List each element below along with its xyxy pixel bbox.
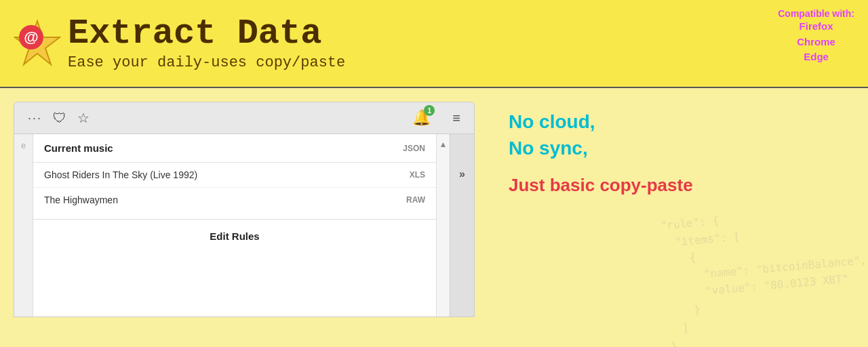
chevron-right-icon[interactable]: » <box>450 134 474 317</box>
header: @ Extract Data Ease your daily-uses copy… <box>0 0 868 88</box>
edit-rules-button[interactable]: Edit Rules <box>210 230 259 242</box>
popup-data-row-2: The Highwaymen RAW <box>33 188 436 212</box>
compat-label: Compatible with: <box>778 8 854 19</box>
main-content: ··· 🛡 ☆ 🔔 1 ≡ e Current music JSON Ghost… <box>0 88 868 347</box>
at-badge: @ <box>19 25 43 49</box>
chrome-label: Chrome <box>778 35 854 50</box>
no-sync-line: No sync, <box>509 138 588 159</box>
no-cloud-no-sync-text: No cloud, No sync, <box>509 108 848 161</box>
bookmark-star-icon[interactable]: ☆ <box>77 110 90 126</box>
hamburger-menu-icon[interactable]: ≡ <box>452 110 460 126</box>
edge-label: Edge <box>778 49 854 65</box>
json-export-button[interactable]: JSON <box>403 144 425 153</box>
pocket-icon[interactable]: 🛡 <box>53 110 66 126</box>
raw-export-button[interactable]: RAW <box>406 195 425 205</box>
popup-data-row-1: Ghost Riders In The Sky (Live 1992) XLS <box>33 163 436 188</box>
scroll-up-arrow[interactable]: ▲ <box>439 140 448 149</box>
right-info-panel: No cloud, No sync, Just basic copy-paste… <box>488 88 868 347</box>
popup-row2-value: The Highwaymen <box>44 195 118 205</box>
logo-icon: @ <box>14 20 61 67</box>
header-text: Extract Data Ease your daily-uses copy/p… <box>68 16 345 71</box>
logo-area: @ Extract Data Ease your daily-uses copy… <box>14 16 345 71</box>
no-cloud-line: No cloud, <box>509 111 595 132</box>
extension-popup: Current music JSON Ghost Riders In The S… <box>33 134 436 317</box>
notification-badge: 1 <box>424 105 435 116</box>
popup-row1-value: Ghost Riders In The Sky (Live 1992) <box>44 169 197 180</box>
popup-footer: Edit Rules <box>33 219 436 253</box>
header-title: Extract Data <box>68 16 345 52</box>
popup-title: Current music <box>44 142 113 154</box>
browser-toolbar: ··· 🛡 ☆ 🔔 1 ≡ <box>14 102 475 134</box>
compat-browsers: Firefox Chrome Edge <box>778 19 854 65</box>
compat-box: Compatible with: Firefox Chrome Edge <box>778 8 854 65</box>
dots-menu-icon[interactable]: ··· <box>28 111 42 125</box>
extension-icon-container: 🔔 1 <box>412 109 431 127</box>
popup-header-row: Current music JSON <box>33 134 436 163</box>
just-basic-copy-paste-text: Just basic copy-paste <box>509 175 848 196</box>
browser-content: e Current music JSON Ghost Riders In The… <box>14 134 475 317</box>
xls-export-button[interactable]: XLS <box>410 170 425 180</box>
browser-panel: ··· 🛡 ☆ 🔔 1 ≡ e Current music JSON Ghost… <box>0 88 488 347</box>
scrollbar[interactable]: ▲ <box>436 134 450 317</box>
background-json-watermark: "rule": { "items": [ { "name": "bitcoinB… <box>660 200 868 347</box>
browser-left-edge: e <box>14 134 33 317</box>
firefox-label: Firefox <box>778 19 854 35</box>
header-subtitle: Ease your daily-uses copy/paste <box>68 54 345 71</box>
